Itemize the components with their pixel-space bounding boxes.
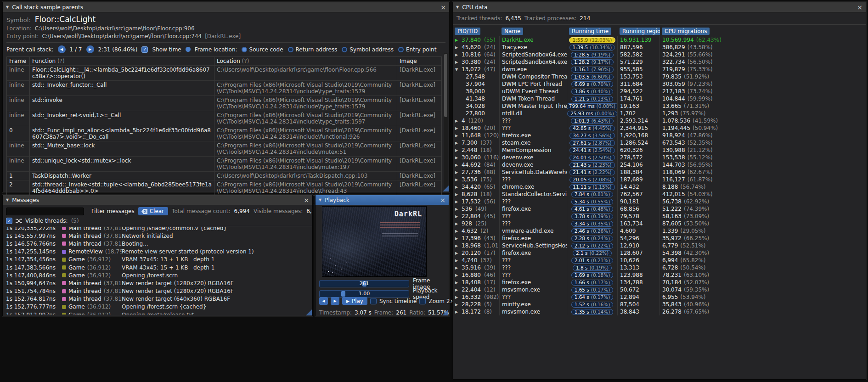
play-button[interactable]: ▶ Play [342,297,367,305]
expand-icon[interactable]: ▶ [455,310,461,314]
frame-image-slider[interactable]: 261 [319,280,409,287]
cpu-row[interactable]: ▶27,736(88)ServiceHub.DataWarehouseHost.… [453,169,866,176]
cpu-row[interactable]: ▶18,968(1,018)ServiceHub.SettingsHost.ex… [453,242,866,249]
visible-threads-label[interactable]: Visible threads: [25,218,68,224]
close-icon[interactable]: × [440,197,445,203]
cpu-row[interactable]: 41,348DWM Token Thread1.21 s(0.13%)174,7… [453,95,866,102]
cpu-row[interactable]: ▶10,816(64)ScriptedSandbox64.exe1:28.5(9… [453,51,866,58]
resize-grip[interactable] [443,185,449,191]
cpu-row[interactable]: 37,904DWM LPC Port Thread6.69 s(0.70%)31… [453,80,866,88]
cpu-row[interactable]: ▶4(120)???1:01.9(6.43%)2,593,3141,078,53… [453,117,866,124]
radio-icon[interactable] [398,47,404,52]
cpu-row[interactable]: ▶18,172(8)msvsmon.exe1.35 s(0.14%)38,843… [453,308,866,315]
message-row[interactable]: 1s 147,400,846nsGame(36,912)Opening /for… [6,271,310,279]
cpu-row[interactable]: 38,000uDWM Event Thread3.86 s(0.40%)294,… [453,88,866,95]
close-icon[interactable]: × [440,4,446,11]
expand-icon[interactable]: ▶ [455,126,461,130]
radio-source-code[interactable]: Source code [242,46,283,53]
zoom-2x-label[interactable]: Zoom 2× [428,298,454,304]
expand-icon[interactable]: ▶ [455,45,461,50]
close-icon[interactable]: × [857,4,862,11]
message-row[interactable]: 1s 150,994,647nsMain thread(37,812)New r… [6,279,310,287]
messages-scroll-area[interactable]: 1s 120,335,272nsMain thread(37,812)Openi… [6,227,310,315]
callstack-scrollbar[interactable] [444,53,448,189]
expand-icon[interactable]: ▶ [455,141,461,145]
callstack-row[interactable]: inlinestd::_Mutex_base::lockC:\Program F… [7,141,441,157]
expand-icon[interactable]: ▶ [455,134,461,138]
cpu-row[interactable]: ▶18,408(17)firefox.exe1.66 s(0.17%)134,7… [453,279,866,286]
message-row[interactable]: 1s 145,557,997nsMain thread(37,812)Netwo… [6,232,310,240]
threads-checkbox[interactable]: ✓ [6,218,12,224]
message-row[interactable]: 1s 147,383,566nsGame(36,912)VRAM 43x45: … [6,264,310,271]
cpu-row[interactable]: ▶4,632(2)vmware-authd.exe2.46 s(0.26%)4,… [453,227,866,235]
radio-return-address[interactable]: Return address [288,46,338,53]
message-row[interactable]: 1s 152,912,997nsGame(36,912)Opening /met… [6,311,310,315]
expand-icon[interactable]: ▶ [455,38,461,42]
cpu-row[interactable]: ▶17,532(56)???5.34 s(0.55%)90,18156,738(… [453,198,866,205]
cpu-row[interactable]: ▶4,740(37)???2.01 s(0.21%)10,6266,994(65… [453,257,866,264]
callstack-row[interactable]: inlinestd::_Invoker_ret<void,1>::_CallC:… [7,111,441,126]
callstack-row[interactable]: 1TaskDispatch::WorkerC:\Users\wolf\Deskt… [7,172,441,180]
callstack-titlebar[interactable]: ▼ Call stack sample parents × [3,2,449,12]
close-icon[interactable]: × [304,197,309,203]
expand-icon[interactable]: ▶ [455,295,461,299]
expand-icon[interactable]: ▶ [455,222,461,226]
radio-label[interactable]: Symbol address [349,46,394,53]
collapse-icon[interactable]: ▼ [6,6,9,9]
expand-icon[interactable]: ▶ [455,214,461,219]
expand-icon[interactable]: ▼ [455,67,461,72]
radio-label[interactable]: Return address [296,46,338,53]
help-icon[interactable]: (?) [57,58,65,64]
expand-icon[interactable]: ▶ [455,281,461,285]
help-icon[interactable]: (?) [242,58,249,64]
step-forward-button[interactable]: ▶ [331,297,339,305]
message-row[interactable]: 1s 147,255,145nsRemoteView(18,796)Remote… [6,248,310,256]
cpu-row[interactable]: ▶11,648(120)firefox.exe34.27 s(3.56%)1,9… [453,132,866,139]
cpu-row[interactable]: ▶3,536(75)???20.05 s(2.08%)187,689116,12… [453,176,866,183]
message-row[interactable]: 1s 146,576,766nsMain thread(37,812)Booti… [6,240,310,247]
expand-icon[interactable]: ▶ [455,60,461,64]
cpu-row[interactable]: 27,548DWM Compositor Thread1:03.5(6.60%)… [453,73,866,80]
callstack-row[interactable]: inlinestd::_Invoker_functor::_CallC:\Pro… [7,81,441,96]
column-header-pid-tid[interactable]: PID/TID [453,26,500,35]
expand-icon[interactable]: ▶ [455,156,461,160]
radio-label[interactable]: Entry point [406,46,436,53]
cpu-row[interactable]: ▶45,620(24)Tracy.exe1:39.5(10.34%)887,59… [453,44,866,51]
expand-icon[interactable]: ▶ [455,273,461,277]
expand-icon[interactable]: ▶ [455,148,461,152]
show-time-checkbox[interactable]: ✓ [141,46,148,53]
prev-parent-button[interactable]: ◀ [58,45,66,53]
playback-titlebar[interactable]: ▼ Playback × [316,195,449,205]
cpu-titlebar[interactable]: ▼ CPU data × [453,2,866,12]
collapse-icon[interactable]: ▼ [319,198,321,202]
cpu-row[interactable]: ▶30,060(116)devenv.exe24.01 s(2.50%)278,… [453,154,866,161]
expand-icon[interactable]: ▶ [455,251,461,255]
sync-timeline-label[interactable]: Sync timeline [379,298,417,304]
expand-icon[interactable]: ▶ [455,170,461,174]
expand-icon[interactable]: ▶ [455,200,461,204]
scrollbar-thumb[interactable] [444,54,447,117]
column-header-frame[interactable]: Frame [7,57,30,66]
sync-timeline-checkbox[interactable] [370,298,377,304]
expand-icon[interactable]: ▶ [455,119,461,123]
column-header-name[interactable]: Name [500,26,567,35]
radio-icon[interactable] [288,47,293,52]
playback-speed-slider[interactable]: 1.00 [319,290,409,298]
radio-icon[interactable] [242,47,247,52]
callstack-row[interactable]: inlineFloor::CalcLight::__l4::<lambda_5b… [7,66,441,81]
resize-grip[interactable] [306,309,312,315]
message-row[interactable]: 1s 152,764,817nsMain thread(37,812)New r… [6,295,310,303]
column-header-location[interactable]: Location (?) [214,57,397,66]
radio-icon[interactable] [342,47,347,52]
radio-symbol-address[interactable]: Symbol address [342,46,394,53]
expand-icon[interactable]: ▶ [455,185,461,189]
expand-icon[interactable]: ▶ [455,258,461,263]
cpu-row[interactable]: ▶28,228(5)mintty.exe1.52 s(0.16%)87,5043… [453,301,866,308]
cpu-row[interactable]: 34,028DWM Master Input Thread799.64 ms(0… [453,102,866,110]
column-header-running-time[interactable]: Running time [567,26,618,35]
clear-button[interactable]: Clear [138,207,168,215]
collapse-icon[interactable]: ▼ [6,198,9,202]
cpu-row[interactable]: ▶16,880(46)???1.69 s(0.18%)123,98878,231… [453,271,866,279]
callstack-row[interactable]: 0std::_Func_impl_no_alloc<<lambda_5bc224… [7,126,441,141]
expand-icon[interactable]: ▶ [455,207,461,211]
